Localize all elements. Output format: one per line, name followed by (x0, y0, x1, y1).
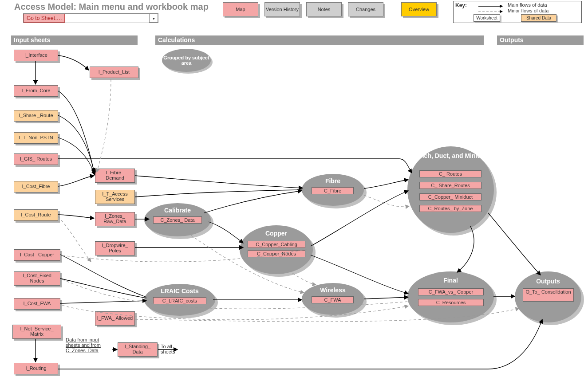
box-i-from-core[interactable]: I_From_Core (14, 85, 58, 97)
flow-lines (0, 0, 588, 381)
group-lraic-title: LRAIC Costs (144, 287, 215, 295)
annot-to-all: To all sheets (161, 344, 183, 354)
item-c-fwa-vs-copper[interactable]: C_FWA_vs_ Copper (418, 288, 484, 295)
box-i-zones-raw-data[interactable]: I_Zones_ Raw_Data (95, 212, 135, 226)
svg-line-6 (364, 297, 408, 299)
group-fibre-title: Fibre (302, 177, 364, 185)
svg-line-5 (60, 301, 146, 303)
section-calcs: Calculations (155, 35, 484, 45)
notes-button[interactable]: Notes (306, 2, 342, 16)
goto-sheet-button[interactable]: Go to Sheet…. (24, 14, 65, 23)
changes-button[interactable]: Changes (348, 2, 383, 16)
version-history-button[interactable]: Version History (264, 2, 300, 16)
item-c-lraic-costs[interactable]: C_LRAIC_costs (153, 297, 206, 304)
legend-key: Key: Main flows of data Minor flows of d… (453, 1, 582, 23)
box-i-t-access-services[interactable]: I_T_Access Services (95, 190, 135, 204)
grouped-by-subject: Grouped by subject area (162, 49, 211, 72)
item-c-fibre[interactable]: C_Fibre (312, 187, 354, 194)
goto-sheet-selector[interactable]: Go to Sheet…. ▾ (23, 13, 158, 23)
group-final-title: Final (407, 277, 494, 284)
group-outputs-title: Outputs (515, 278, 581, 285)
key-minor-flows: Minor flows of data (508, 8, 549, 13)
box-i-dropwire-poles[interactable]: I_Dropwire_ Poles (95, 241, 135, 255)
key-shared-data: Shared Data (521, 14, 556, 22)
item-c-copper-cabling[interactable]: C_Copper_Cabling (248, 241, 305, 248)
key-label: Key: (455, 2, 467, 8)
page-title: Access Model: Main menu and workbook map (14, 2, 209, 12)
section-outputs: Outputs (497, 35, 584, 45)
box-i-share-route[interactable]: I_Share _Route (14, 110, 58, 122)
item-c-copper-nodes[interactable]: C_Copper_Nodes (248, 250, 305, 257)
box-i-standing-data[interactable]: I_Standing_ Data (118, 342, 158, 357)
group-trench-title: Trench, Duct, and Miniduct (407, 153, 494, 159)
box-i-interface[interactable]: I_Interface (14, 50, 58, 61)
annot-from-inputs: Data from input sheets and from C_Zones_… (66, 337, 114, 353)
item-c-routes-by-zone[interactable]: C_Routes_ by_Zone (419, 205, 481, 212)
box-i-cost-fwa[interactable]: I_Cost_FWA (14, 298, 60, 310)
item-c-routes[interactable]: C_ Routes (419, 170, 481, 177)
map-button[interactable]: Map (223, 2, 258, 16)
box-i-cost-route[interactable]: I_Cost_Route (14, 209, 58, 221)
dropdown-arrow-icon[interactable]: ▾ (149, 14, 158, 23)
key-main-flows: Main flows of data (508, 2, 547, 8)
item-c-fwa[interactable]: C_FWA (312, 296, 354, 303)
box-i-cost-copper[interactable]: I_Cost_ Copper (14, 249, 60, 261)
section-inputs: Input sheets (11, 35, 138, 45)
group-copper-title: Copper (240, 230, 313, 237)
item-c-share-routes[interactable]: C_ Share_Routes (419, 182, 481, 189)
box-i-routing[interactable]: I_Routing (14, 363, 58, 374)
box-i-cost-fixed-nodes[interactable]: I_Cost_Fixed Nodes (14, 271, 60, 286)
box-i-t-non-pstn[interactable]: I_T_Non_PSTN (14, 132, 58, 144)
group-wireless-title: Wireless (302, 287, 364, 294)
box-i-fwa-allowed[interactable]: I_FWA_ Allowed (95, 311, 135, 326)
box-i-fibre-demand[interactable]: I_Fibre_ Demand (95, 169, 135, 183)
item-c-zones-data[interactable]: C_Zones_ Data (153, 216, 202, 224)
overview-button[interactable]: Overview (401, 2, 437, 16)
box-i-gis-routes[interactable]: I_GIS_ Routes (14, 153, 58, 165)
item-c-resources[interactable]: C_Resources (418, 299, 484, 306)
item-o-to-consolidation[interactable]: O_To_ Consolidation (523, 288, 574, 302)
group-calibrate-title: Calibrate (144, 207, 211, 214)
box-i-net-service-matrix[interactable]: I_Net_Service_ Matrix (12, 325, 61, 339)
key-worksheet: Worksheet (474, 14, 500, 22)
box-i-product-list[interactable]: I_Product_List (90, 67, 138, 78)
box-i-cost-fibre[interactable]: I_Cost_Fibre (14, 181, 58, 192)
item-c-copper-miniduct[interactable]: C_Copper_ Miniduct (419, 193, 481, 200)
